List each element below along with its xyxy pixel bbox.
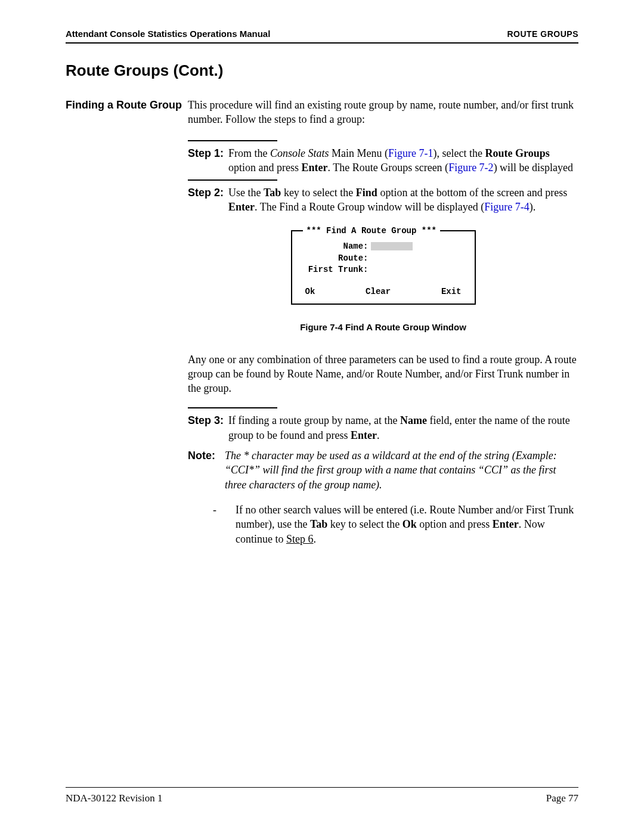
figure-caption: Figure 7-4 Find A Route Group Window	[290, 321, 477, 333]
note-body: The * character may be used as a wildcar…	[225, 448, 578, 492]
step-2-label: Step 2:	[188, 185, 228, 215]
subsection-title: Finding a Route Group	[66, 98, 188, 546]
intro-para: This procedure will find an existing rou…	[188, 98, 578, 127]
note-row: Note: The * character may be used as a w…	[188, 448, 578, 492]
find-route-group-window: *** Find A Route Group *** Name: Route: …	[291, 225, 476, 305]
footer-rule	[66, 787, 578, 788]
section-title: Route Groups (Cont.)	[66, 61, 578, 80]
figure-link-7-1[interactable]: Figure 7-1	[388, 147, 434, 159]
step-1: Step 1: From the Console Stats Main Menu…	[188, 146, 578, 175]
page-footer: NDA-30122 Revision 1 Page 77	[66, 787, 578, 804]
clear-button[interactable]: Clear	[366, 286, 391, 298]
name-field-input[interactable]	[371, 242, 413, 250]
figure-link-7-4[interactable]: Figure 7-4	[484, 201, 530, 213]
name-field-label: Name:	[303, 241, 371, 252]
step-3: Step 3: If finding a route group by name…	[188, 413, 578, 442]
bullet-item: - If no other search values will be ente…	[188, 503, 578, 546]
figure-7-4: *** Find A Route Group *** Name: Route: …	[188, 225, 578, 335]
step-1-label: Step 1:	[188, 146, 228, 175]
page-header: Attendant Console Statistics Operations …	[66, 29, 578, 39]
step-2: Step 2: Use the Tab key to select the Fi…	[188, 185, 578, 215]
bullet-body: If no other search values will be entere…	[236, 503, 578, 546]
figure-link-7-2[interactable]: Figure 7-2	[448, 162, 494, 174]
step-1-body: From the Console Stats Main Menu (Figure…	[228, 146, 578, 175]
step-2-body: Use the Tab key to select the Find optio…	[228, 185, 578, 215]
mid-paragraph: Any one or any combination of three para…	[188, 352, 578, 396]
step-3-label: Step 3:	[188, 413, 228, 442]
note-label: Note:	[188, 448, 225, 492]
document-page: Attendant Console Statistics Operations …	[0, 0, 644, 833]
bullet-dash: -	[188, 503, 236, 546]
step-rule	[188, 179, 277, 181]
step-6-link[interactable]: Step 6	[286, 533, 314, 545]
step-rule	[188, 407, 277, 408]
body-content: This procedure will find an existing rou…	[188, 98, 578, 546]
header-left: Attendant Console Statistics Operations …	[66, 29, 270, 39]
step-rule	[188, 140, 277, 141]
step-3-body: If finding a route group by name, at the…	[228, 413, 578, 442]
route-field-label: Route:	[303, 253, 371, 264]
first-trunk-field-label: First Trunk:	[303, 264, 371, 275]
footer-right: Page 77	[546, 792, 578, 804]
exit-button[interactable]: Exit	[441, 286, 462, 298]
find-window-title: *** Find A Route Group ***	[303, 225, 440, 237]
header-rule	[66, 42, 578, 44]
ok-button[interactable]: Ok	[305, 286, 315, 298]
header-right: ROUTE GROUPS	[507, 29, 578, 39]
footer-left: NDA-30122 Revision 1	[66, 792, 162, 804]
